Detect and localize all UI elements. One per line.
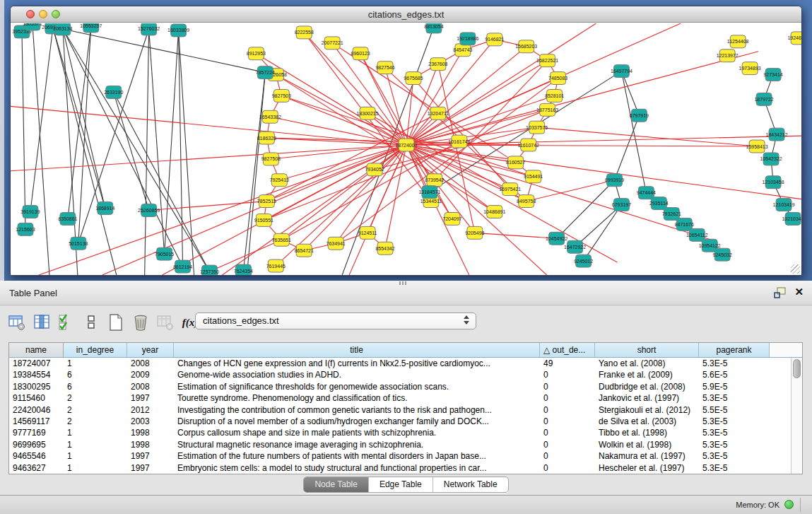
graph-node[interactable]: 9827546 xyxy=(375,62,394,74)
column-header-title[interactable]: title xyxy=(174,343,540,357)
minimize-window-button[interactable] xyxy=(39,10,47,18)
graph-node[interactable]: 7852515 xyxy=(257,195,276,208)
graph-node[interactable]: 16497794 xyxy=(611,65,632,78)
column-header-out-de-[interactable]: △ out_de... xyxy=(540,343,595,357)
graph-node[interactable]: 10454922 xyxy=(546,232,567,245)
graph-node[interactable]: 7634941 xyxy=(326,237,346,250)
table-cell[interactable]: Stergiakouli et al. (2012) xyxy=(595,404,699,416)
graph-node[interactable]: 19734893 xyxy=(739,62,761,75)
table-cell[interactable]: 0 xyxy=(540,404,595,416)
network-canvas-container[interactable]: 1872400789129531822605898275031654338281… xyxy=(11,23,801,275)
table-cell[interactable]: 5.3E-5 xyxy=(699,392,770,404)
graph-node[interactable]: 8912953 xyxy=(247,47,266,60)
float-panel-icon[interactable] xyxy=(774,287,787,298)
table-cell[interactable]: Wolkin et al. (1998) xyxy=(595,439,699,450)
memory-ok-indicator-icon[interactable] xyxy=(784,500,794,509)
new-table-icon[interactable] xyxy=(107,314,124,331)
table-cell[interactable]: 1 xyxy=(64,427,127,438)
table-cell[interactable]: 2 xyxy=(64,392,127,404)
table-row[interactable]: 1456911722003Disruption of a novel membe… xyxy=(9,416,791,427)
table-cell[interactable]: 2008 xyxy=(127,358,174,369)
table-cell[interactable]: 5.3E-5 xyxy=(699,439,770,450)
graph-edge[interactable] xyxy=(557,180,615,239)
graph-edge[interactable] xyxy=(575,205,622,247)
table-cell[interactable]: 2 xyxy=(64,404,127,416)
graph-node[interactable]: 3919139 xyxy=(20,206,40,218)
graph-node[interactable]: 10486891 xyxy=(483,206,505,218)
table-cell[interactable]: Estimation of the future numbers of pati… xyxy=(174,450,540,462)
scrollbar-thumb[interactable] xyxy=(793,359,801,378)
graph-node[interactable]: 20077221 xyxy=(322,37,343,49)
graph-node[interactable]: 18300215 xyxy=(357,107,379,119)
table-cell[interactable]: 18300295 xyxy=(9,381,64,392)
graph-node[interactable]: 11254408 xyxy=(727,35,749,48)
toggle-view-icon[interactable] xyxy=(83,314,100,331)
table-cell[interactable]: Tibbo et al. (1998) xyxy=(595,427,699,438)
table-settings-icon[interactable] xyxy=(8,314,25,331)
graph-node[interactable]: 9827508 xyxy=(261,153,281,165)
graph-node[interactable]: 1215603 xyxy=(16,223,35,235)
graph-edge[interactable] xyxy=(332,43,406,145)
table-cell[interactable]: 5.5E-5 xyxy=(699,404,770,416)
graph-node[interactable]: 9245012 xyxy=(574,255,593,267)
table-row[interactable]: 946554611997Estimation of the future num… xyxy=(9,450,791,462)
delete-table-icon[interactable] xyxy=(157,314,174,331)
table-cell[interactable]: 22420046 xyxy=(9,404,64,416)
graph-node[interactable]: 8495758 xyxy=(517,195,536,208)
column-visibility-icon[interactable] xyxy=(33,314,50,331)
graph-node[interactable]: 9124511 xyxy=(358,226,377,239)
table-source-dropdown[interactable]: citations_edges.txt xyxy=(195,313,476,329)
table-cell[interactable]: 5.3E-5 xyxy=(699,416,770,427)
table-cell[interactable]: 6 xyxy=(64,369,127,380)
graph-node[interactable]: 7905015 xyxy=(155,247,174,260)
table-cell[interactable]: 1998 xyxy=(127,439,174,450)
graph-node[interactable]: 12213977 xyxy=(717,49,739,62)
table-cell[interactable]: Changes of HCN gene expression and I(f) … xyxy=(174,358,540,369)
graph-edge[interactable] xyxy=(63,29,183,267)
graph-edge[interactable] xyxy=(149,29,165,254)
table-cell[interactable]: Hescheler et al. (1997) xyxy=(595,462,699,474)
graph-node[interactable]: 16472922 xyxy=(564,240,586,253)
graph-node[interactable]: 1879722 xyxy=(754,93,773,105)
column-header-pagerank[interactable]: pagerank xyxy=(699,343,770,357)
graph-node[interactable]: 7857224 xyxy=(256,66,275,79)
graph-node[interactable]: 8554342 xyxy=(375,242,394,255)
graph-node[interactable]: 10337575 xyxy=(526,121,548,134)
table-cell[interactable]: 2009 xyxy=(127,369,174,380)
table-cell[interactable]: 9463627 xyxy=(9,462,64,474)
graph-edge[interactable] xyxy=(475,233,557,238)
table-cell[interactable]: Nakamura et al. (1997) xyxy=(595,450,699,462)
graph-edge[interactable] xyxy=(614,115,639,180)
table-cell[interactable]: 6 xyxy=(64,381,127,392)
column-header-year[interactable]: year xyxy=(127,343,174,357)
graph-node[interactable]: 25260859 xyxy=(138,204,160,217)
table-cell[interactable]: 0 xyxy=(540,427,595,438)
graph-node[interactable]: 1305371 xyxy=(23,23,42,30)
graph-node[interactable]: 19246128 xyxy=(787,32,801,45)
graph-edge[interactable] xyxy=(243,73,265,271)
graph-node[interactable]: 10542322 xyxy=(760,153,782,165)
table-cell[interactable]: 0 xyxy=(540,450,595,462)
graph-node[interactable]: 1868914 xyxy=(95,202,114,215)
graph-node[interactable]: 7934052 xyxy=(365,163,384,176)
graph-node[interactable]: 8813054 xyxy=(424,23,443,33)
table-cell[interactable]: 0 xyxy=(540,416,595,427)
table-row[interactable]: 946362711997Embryonic stem cells: a mode… xyxy=(9,462,791,474)
graph-edge[interactable] xyxy=(621,71,646,193)
graph-edge[interactable] xyxy=(63,29,210,271)
graph-node[interactable]: 13184571 xyxy=(418,186,440,199)
table-cell[interactable]: Jankovic et al. (1997) xyxy=(595,392,699,404)
table-cell[interactable]: 2003 xyxy=(127,416,174,427)
column-header-short[interactable]: short xyxy=(595,343,699,357)
graph-node[interactable]: 15958413 xyxy=(746,140,768,153)
graph-node[interactable]: 12103419 xyxy=(773,199,795,211)
graph-node[interactable]: 19218986 xyxy=(457,33,478,45)
graph-edge[interactable] xyxy=(68,26,91,218)
divider-grip-icon[interactable] xyxy=(399,281,407,285)
table-cell[interactable]: 9465546 xyxy=(9,450,64,462)
graph-node[interactable]: 13204711 xyxy=(428,107,449,119)
tab-edge-table[interactable]: Edge Table xyxy=(369,477,433,492)
table-cell[interactable]: 9777169 xyxy=(9,427,64,438)
table-cell[interactable]: 2 xyxy=(64,416,127,427)
graph-edge[interactable] xyxy=(114,92,210,271)
